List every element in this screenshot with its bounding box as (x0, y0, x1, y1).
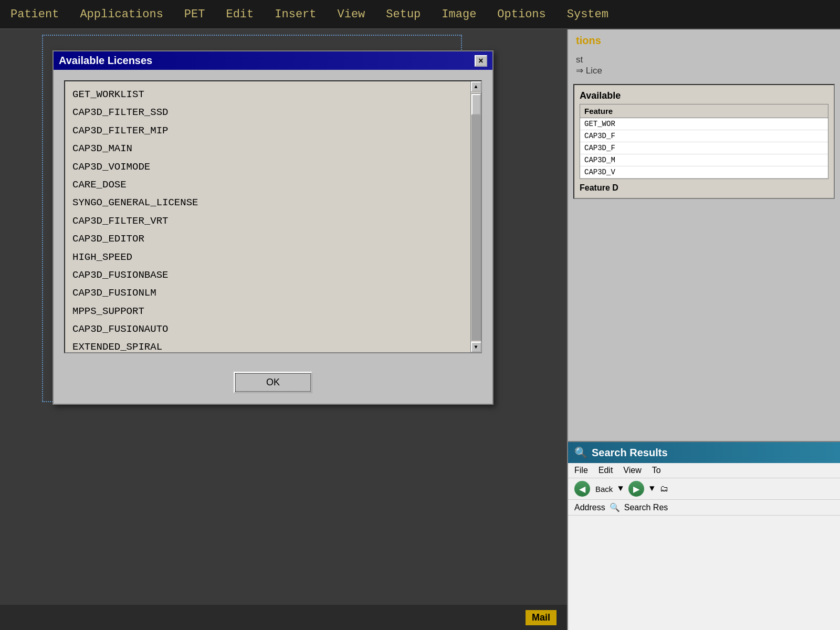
menu-applications[interactable]: Applications (80, 8, 163, 21)
list-item[interactable]: GET_WORKLIST (70, 86, 465, 103)
address-label: Address (574, 503, 605, 512)
list-item[interactable]: EXTENDED_SPIRAL (70, 338, 465, 352)
license-listbox[interactable]: GET_WORKLIST CAP3D_FILTER_SSD CAP3D_FILT… (65, 81, 470, 352)
list-item[interactable]: CAP3D_FILTER_MIP (70, 122, 465, 140)
list-item[interactable]: HIGH_SPEED (70, 248, 465, 266)
feature-desc-label: Feature D (580, 183, 828, 193)
menu-edit[interactable]: Edit (226, 8, 254, 21)
list-item[interactable]: CAP3D_FILTER_VRT (70, 212, 465, 230)
feature-row-4[interactable]: CAP3D_M (580, 154, 828, 166)
dialog-titlebar: Available Licenses × (54, 51, 492, 70)
menu-setup[interactable]: Setup (386, 8, 421, 21)
search-results-menubar: File Edit View To (568, 463, 840, 478)
listbox-scrollbar[interactable]: ▲ ▼ (470, 81, 481, 352)
nav-arrow[interactable]: ⇒ Lice (576, 65, 832, 76)
list-item[interactable]: CAP3D_MAIN (70, 140, 465, 158)
list-item[interactable]: CAP3D_EDITOR (70, 230, 465, 248)
feature-table: Feature GET_WOR CAP3D_F CAP3D_F CAP3D_M … (580, 104, 828, 179)
feature-row-3[interactable]: CAP3D_F (580, 142, 828, 154)
search-results-panel: 🔍 Search Results File Edit View To ◀ Bac… (567, 441, 840, 630)
forward-dropdown-icon[interactable]: ▼ (649, 484, 655, 494)
right-panel-header: tions (568, 29, 840, 52)
list-item[interactable]: MPPS_SUPPORT (70, 302, 465, 320)
sr-menu-file[interactable]: File (574, 466, 588, 475)
back-label: Back (595, 485, 613, 494)
menu-view[interactable]: View (338, 8, 365, 21)
ok-button[interactable]: OK (234, 372, 312, 393)
list-item[interactable]: CARE_DOSE (70, 176, 465, 194)
menu-bar: Patient Applications PET Edit Insert Vie… (0, 0, 840, 29)
list-item[interactable]: CAP3D_FILTER_SSD (70, 103, 465, 121)
dialog-content: GET_WORKLIST CAP3D_FILTER_SSD CAP3D_FILT… (54, 70, 492, 364)
back-dropdown-icon[interactable]: ▼ (618, 484, 623, 494)
list-item[interactable]: CAP3D_FUSIONAUTO (70, 320, 465, 338)
menu-insert[interactable]: Insert (275, 8, 316, 21)
right-panel-nav: st ⇒ Lice (568, 52, 840, 79)
feature-row-5[interactable]: CAP3D_V (580, 166, 828, 178)
dialog-close-button[interactable]: × (475, 55, 487, 67)
available-licenses-dialog: Available Licenses × GET_WORKLIST CAP3D_… (52, 50, 494, 405)
address-icon: 🔍 (610, 502, 620, 512)
list-item[interactable]: SYNGO_GENERAL_LICENSE (70, 194, 465, 212)
menu-options[interactable]: Options (497, 8, 545, 21)
forward-button[interactable]: ▶ (628, 481, 644, 497)
feature-row-1[interactable]: GET_WOR (580, 118, 828, 130)
dialog-title: Available Licenses (59, 55, 152, 67)
sr-menu-to[interactable]: To (652, 466, 661, 475)
search-icon: 🔍 (574, 446, 587, 459)
search-results-title: Search Results (592, 447, 668, 459)
scroll-track[interactable] (471, 93, 481, 341)
available-label: Available (580, 90, 828, 101)
search-results-header: 🔍 Search Results (568, 442, 840, 463)
sr-menu-edit[interactable]: Edit (598, 466, 613, 475)
menu-pet[interactable]: PET (184, 8, 205, 21)
folder-icon: 🗂 (660, 484, 668, 494)
list-item[interactable]: CAP3D_VOIMODE (70, 158, 465, 176)
nav-item1: st (576, 55, 832, 65)
list-item[interactable]: CAP3D_FUSIONLM (70, 284, 465, 302)
address-value: Search Res (624, 503, 668, 512)
list-item[interactable]: CAP3D_FUSIONBASE (70, 266, 465, 284)
scroll-thumb[interactable] (471, 94, 481, 115)
menu-image[interactable]: Image (442, 8, 476, 21)
available-section: Available Feature GET_WOR CAP3D_F CAP3D_… (573, 84, 835, 199)
status-bar: Mail (0, 605, 567, 630)
sr-menu-view[interactable]: View (623, 466, 641, 475)
feature-column-header: Feature (580, 104, 828, 118)
feature-row-2[interactable]: CAP3D_F (580, 130, 828, 142)
listbox-container: GET_WORKLIST CAP3D_FILTER_SSD CAP3D_FILT… (64, 80, 482, 353)
mail-badge: Mail (526, 610, 556, 625)
menu-patient[interactable]: Patient (10, 8, 59, 21)
search-results-toolbar: ◀ Back ▼ ▶ ▼ 🗂 (568, 478, 840, 500)
back-button[interactable]: ◀ (574, 481, 590, 497)
scroll-up-button[interactable]: ▲ (471, 81, 481, 92)
menu-system[interactable]: System (567, 8, 608, 21)
scroll-down-button[interactable]: ▼ (471, 342, 481, 352)
dialog-footer: OK (54, 364, 492, 404)
address-bar: Address 🔍 Search Res (568, 500, 840, 516)
